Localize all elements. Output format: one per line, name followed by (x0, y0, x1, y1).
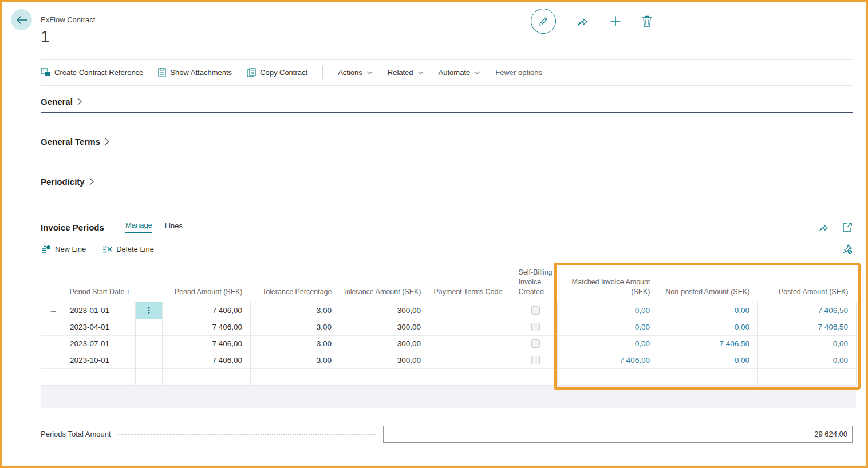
share-part-button[interactable] (818, 222, 830, 232)
cell-period-amount[interactable]: 7 406,00 (163, 352, 251, 368)
cell-context-menu[interactable] (136, 335, 163, 352)
self-billing-checkbox[interactable] (531, 306, 540, 315)
section-periodicity-header[interactable]: Periodicity (41, 175, 853, 188)
col-period-start-date[interactable]: Period Start Date ↑ (65, 261, 136, 302)
col-tolerance-percentage[interactable]: Tolerance Percentage (251, 261, 340, 302)
share-button[interactable] (577, 15, 589, 27)
cell-tolerance-percentage[interactable]: 3,00 (251, 352, 340, 368)
cell-matched-amount[interactable]: 0,00 (558, 319, 658, 335)
unpin-pane-button[interactable] (842, 244, 853, 255)
cell-posted-amount[interactable] (758, 368, 857, 385)
table-row: 2023-07-01 7 406,00 3,00 300,00 0,00 7 4… (41, 335, 857, 352)
fewer-options-button[interactable]: Fewer options (495, 68, 542, 77)
new-record-button[interactable] (610, 15, 621, 27)
popout-icon (842, 222, 853, 232)
page-header: ExFlow Contract 1 (2, 2, 866, 59)
cell-period-start-date[interactable]: 2023-07-01 (65, 335, 136, 352)
col-period-amount[interactable]: Period Amount (SEK) (163, 261, 251, 302)
invoice-periods-title: Invoice Periods (41, 223, 104, 232)
cell-non-posted-amount[interactable] (658, 368, 758, 385)
back-arrow-icon (16, 15, 27, 25)
cell-tolerance-percentage[interactable]: 3,00 (251, 302, 340, 319)
col-matched-amount[interactable]: Matched Invoice Amount (SEK) (558, 261, 658, 302)
cell-payment-terms-code[interactable] (429, 302, 514, 319)
cell-payment-terms-code[interactable] (429, 368, 514, 385)
title-group: ExFlow Contract 1 (2, 2, 866, 45)
cell-tolerance-percentage[interactable]: 3,00 (251, 335, 340, 352)
section-general-terms: General Terms (41, 135, 853, 148)
col-non-posted-amount[interactable]: Non-posted Amount (SEK) (658, 261, 758, 302)
cell-matched-amount[interactable] (558, 368, 658, 385)
cell-self-billing[interactable] (514, 368, 558, 385)
section-general: General (41, 95, 853, 108)
col-self-billing[interactable]: Self-Billing Invoice Created (514, 261, 558, 302)
cell-context-menu[interactable] (136, 352, 163, 368)
section-general-header[interactable]: General (41, 95, 853, 108)
contract-reference-icon (41, 68, 50, 77)
cell-payment-terms-code[interactable] (429, 319, 514, 335)
edit-button[interactable] (531, 9, 556, 34)
cell-tolerance-amount[interactable]: 300,00 (340, 302, 429, 319)
cell-tolerance-percentage[interactable] (251, 368, 340, 385)
cell-payment-terms-code[interactable] (429, 352, 514, 368)
copy-contract-button[interactable]: Copy Contract (247, 68, 307, 77)
create-contract-reference-button[interactable]: Create Contract Reference (41, 68, 143, 77)
cell-matched-amount[interactable]: 0,00 (558, 302, 658, 319)
cell-matched-amount[interactable]: 7 406,00 (558, 352, 658, 368)
cell-context-menu[interactable] (136, 368, 163, 385)
related-menu[interactable]: Related (388, 68, 424, 77)
cell-non-posted-amount[interactable]: 7 406,50 (658, 335, 758, 352)
toolbar-label: Delete Line (116, 245, 154, 253)
expand-part-button[interactable] (842, 222, 853, 232)
new-line-button[interactable]: New Line (41, 245, 86, 254)
cell-posted-amount[interactable]: 7 406,50 (758, 302, 857, 319)
cell-non-posted-amount[interactable]: 0,00 (658, 352, 758, 368)
invoice-periods-header: Invoice Periods Manage Lines (41, 219, 853, 236)
cell-tolerance-amount[interactable]: 300,00 (340, 352, 429, 368)
col-payment-terms-code[interactable]: Payment Terms Code (429, 261, 514, 302)
cell-non-posted-amount[interactable]: 0,00 (658, 319, 758, 335)
automate-menu[interactable]: Automate (439, 68, 481, 77)
cell-context-menu[interactable]: ⋮ (136, 302, 163, 319)
periods-total-field[interactable]: 29 624,00 (383, 426, 853, 443)
cell-period-start-date[interactable]: 2023-04-01 (65, 319, 136, 335)
cell-tolerance-amount[interactable]: 300,00 (340, 335, 429, 352)
table-row: 2023-04-01 7 406,00 3,00 300,00 0,00 0,0… (41, 319, 857, 335)
cell-payment-terms-code[interactable] (429, 335, 514, 352)
chevron-down-icon (417, 71, 424, 74)
delete-record-button[interactable] (642, 15, 652, 27)
cell-period-start-date[interactable] (65, 368, 136, 385)
cell-tolerance-percentage[interactable]: 3,00 (251, 319, 340, 335)
back-button[interactable] (11, 9, 32, 30)
cell-period-amount[interactable] (163, 368, 251, 385)
table-row-empty (41, 368, 857, 385)
cell-period-amount[interactable]: 7 406,00 (163, 319, 251, 335)
cell-period-start-date[interactable]: 2023-10-01 (65, 352, 136, 368)
cell-period-amount[interactable]: 7 406,00 (163, 335, 251, 352)
col-posted-amount[interactable]: Posted Amount (SEK) (758, 261, 857, 302)
section-general-terms-header[interactable]: General Terms (41, 135, 853, 148)
self-billing-checkbox[interactable] (531, 339, 540, 348)
tab-lines[interactable]: Lines (165, 221, 183, 233)
cell-posted-amount[interactable]: 0,00 (758, 352, 857, 368)
col-tolerance-amount[interactable]: Tolerance Amount (SEK) (340, 261, 429, 302)
cell-non-posted-amount[interactable]: 0,00 (658, 302, 758, 319)
cell-posted-amount[interactable]: 0,00 (758, 335, 857, 352)
trash-icon (642, 15, 652, 27)
cell-tolerance-amount[interactable]: 300,00 (340, 319, 429, 335)
cell-period-amount[interactable]: 7 406,00 (163, 302, 251, 319)
actions-menu[interactable]: Actions (338, 68, 373, 77)
cell-period-start-date[interactable]: 2023-01-01 (65, 302, 136, 319)
show-attachments-button[interactable]: Show Attachments (158, 68, 232, 77)
tab-manage[interactable]: Manage (125, 221, 152, 233)
cell-tolerance-amount[interactable] (340, 368, 429, 385)
cell-matched-amount[interactable]: 0,00 (558, 335, 658, 352)
lines-toolbar: New Line Delete Line (41, 237, 853, 261)
page-action-icons (531, 7, 652, 35)
cell-posted-amount[interactable]: 7 406,50 (758, 319, 857, 335)
cell-context-menu[interactable] (136, 319, 163, 335)
self-billing-checkbox[interactable] (531, 356, 540, 364)
delete-line-button[interactable]: Delete Line (102, 245, 154, 254)
self-billing-checkbox[interactable] (531, 323, 540, 331)
delete-line-icon (102, 245, 112, 254)
